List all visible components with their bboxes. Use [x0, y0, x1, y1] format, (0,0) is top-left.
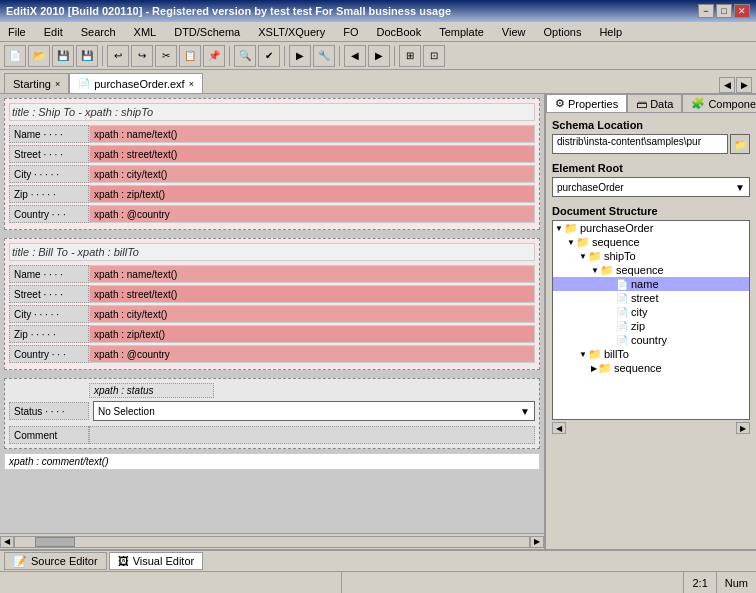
folder-icon: 📁: [598, 362, 612, 374]
street-value-2[interactable]: xpath : street/text(): [89, 285, 535, 303]
tree-item[interactable]: ▶📁sequence: [553, 361, 749, 375]
menu-fo[interactable]: FO: [339, 25, 362, 39]
expand-arrow-icon[interactable]: ▼: [591, 266, 599, 275]
tree-item[interactable]: ▼📁sequence: [553, 235, 749, 249]
tab-starting[interactable]: Starting ×: [4, 73, 69, 93]
element-root-dropdown[interactable]: purchaseOrder ▼: [552, 177, 750, 197]
schema-folder-button[interactable]: 📁: [730, 134, 750, 154]
cut-button[interactable]: ✂: [155, 45, 177, 67]
close-button[interactable]: ✕: [734, 4, 750, 18]
tree-item-label: name: [631, 278, 659, 290]
status-dropdown[interactable]: No Selection ▼: [93, 401, 535, 421]
save-button[interactable]: 💾: [52, 45, 74, 67]
bottom-tab-visual[interactable]: 🖼 Visual Editor: [109, 552, 204, 570]
menu-help[interactable]: Help: [595, 25, 626, 39]
country-value-1[interactable]: xpath : @country: [89, 205, 535, 223]
minimize-button[interactable]: −: [698, 4, 714, 18]
tab-nav-right[interactable]: ▶: [736, 77, 752, 93]
tree-item[interactable]: 📄country: [553, 333, 749, 347]
new-button[interactable]: 📄: [4, 45, 26, 67]
tree-scroll-left[interactable]: ◀: [552, 422, 566, 434]
fullscreen-button[interactable]: ⊡: [423, 45, 445, 67]
tab-purchaseorder[interactable]: 📄 purchaseOrder.exf ×: [69, 73, 203, 93]
menu-docbook[interactable]: DocBook: [373, 25, 426, 39]
tab-starting-label: Starting: [13, 78, 51, 90]
scroll-track[interactable]: [14, 536, 530, 548]
form-scroll[interactable]: title : Ship To - xpath : shipTo Name · …: [0, 94, 544, 549]
zip-value-1[interactable]: xpath : zip/text(): [89, 185, 535, 203]
document-tree[interactable]: ▼📁purchaseOrder ▼📁sequence ▼📁shipTo ▼📁se…: [552, 220, 750, 420]
menu-edit[interactable]: Edit: [40, 25, 67, 39]
tree-scroll-right[interactable]: ▶: [736, 422, 750, 434]
expand-arrow-icon[interactable]: ▼: [555, 224, 563, 233]
tab-data[interactable]: 🗃 Data: [627, 94, 682, 112]
menu-search[interactable]: Search: [77, 25, 120, 39]
tree-item-label: zip: [631, 320, 645, 332]
zip-label-2: Zip · · · · ·: [9, 325, 89, 343]
validate-button[interactable]: ✔: [258, 45, 280, 67]
menu-dtd[interactable]: DTD/Schema: [170, 25, 244, 39]
separator4: [339, 46, 340, 66]
scroll-thumb[interactable]: [35, 537, 75, 547]
street-value-1[interactable]: xpath : street/text(): [89, 145, 535, 163]
scroll-right[interactable]: ▶: [530, 536, 544, 548]
expand-arrow-icon[interactable]: ▶: [591, 364, 597, 373]
menu-xml[interactable]: XML: [130, 25, 161, 39]
tree-item[interactable]: 📄street: [553, 291, 749, 305]
name-value-2[interactable]: xpath : name/text(): [89, 265, 535, 283]
paste-button[interactable]: 📌: [203, 45, 225, 67]
transform-button[interactable]: ▶: [289, 45, 311, 67]
schema-location-input[interactable]: distrib\insta-content\samples\pur: [552, 134, 728, 154]
maximize-button[interactable]: □: [716, 4, 732, 18]
comment-box[interactable]: [89, 426, 535, 444]
tree-item[interactable]: ▼📁purchaseOrder: [553, 221, 749, 235]
tree-item[interactable]: 📄city: [553, 305, 749, 319]
tree-item[interactable]: ▼📁sequence: [553, 263, 749, 277]
menu-xslt[interactable]: XSLT/XQuery: [254, 25, 329, 39]
expand-arrow-icon[interactable]: ▼: [567, 238, 575, 247]
tab-nav-left[interactable]: ◀: [719, 77, 735, 93]
dropdown-arrow-icon: ▼: [520, 406, 530, 417]
folder-icon: 📁: [600, 264, 614, 276]
redo-button[interactable]: ↪: [131, 45, 153, 67]
zip-value-2[interactable]: xpath : zip/text(): [89, 325, 535, 343]
city-value-1[interactable]: xpath : city/text(): [89, 165, 535, 183]
split-button[interactable]: ⊞: [399, 45, 421, 67]
bottom-tab-source[interactable]: 📝 Source Editor: [4, 552, 107, 570]
copy-button[interactable]: 📋: [179, 45, 201, 67]
tab-purchaseorder-close[interactable]: ×: [189, 79, 194, 89]
status-segment1: [0, 572, 342, 593]
city-label-1: City · · · · ·: [9, 165, 89, 183]
expand-arrow-icon[interactable]: ▼: [579, 350, 587, 359]
tab-data-label: Data: [650, 98, 673, 110]
tab-components[interactable]: 🧩 Components: [682, 94, 756, 112]
name-value-1[interactable]: xpath : name/text(): [89, 125, 535, 143]
menu-template[interactable]: Template: [435, 25, 488, 39]
tab-starting-close[interactable]: ×: [55, 79, 60, 89]
tree-item-label: shipTo: [604, 250, 636, 262]
tree-item[interactable]: 📄name: [553, 277, 749, 291]
city-value-2[interactable]: xpath : city/text(): [89, 305, 535, 323]
expand-arrow-icon[interactable]: ▼: [579, 252, 587, 261]
debug-button[interactable]: 🔧: [313, 45, 335, 67]
country-label-1: Country · · ·: [9, 205, 89, 223]
tab-properties[interactable]: ⚙ Properties: [546, 94, 627, 112]
forward-button[interactable]: ▶: [368, 45, 390, 67]
tab-properties-label: Properties: [568, 98, 618, 110]
tree-item-label: city: [631, 306, 648, 318]
tree-item[interactable]: 📄zip: [553, 319, 749, 333]
menu-view[interactable]: View: [498, 25, 530, 39]
undo-button[interactable]: ↩: [107, 45, 129, 67]
save-all-button[interactable]: 💾: [76, 45, 98, 67]
back-button[interactable]: ◀: [344, 45, 366, 67]
scroll-left[interactable]: ◀: [0, 536, 14, 548]
form-editor: title : Ship To - xpath : shipTo Name · …: [0, 94, 546, 549]
menu-file[interactable]: File: [4, 25, 30, 39]
country-value-2[interactable]: xpath : @country: [89, 345, 535, 363]
open-button[interactable]: 📂: [28, 45, 50, 67]
tree-item[interactable]: ▼📁billTo: [553, 347, 749, 361]
element-root-value: purchaseOrder: [557, 182, 624, 193]
tree-item[interactable]: ▼📁shipTo: [553, 249, 749, 263]
find-button[interactable]: 🔍: [234, 45, 256, 67]
menu-options[interactable]: Options: [539, 25, 585, 39]
